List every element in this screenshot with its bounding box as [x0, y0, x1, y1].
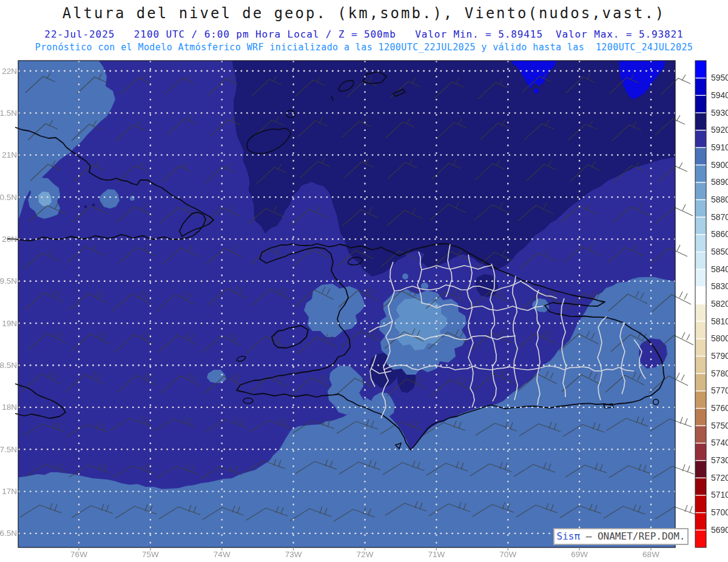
lat-label: 19N [2, 319, 17, 328]
lat-label: 9.5N [0, 276, 17, 286]
colorbar-label: 5690 [711, 525, 728, 535]
lon-label: 71W [428, 550, 445, 559]
credit-org: – ONAMET/REP.DOM. [580, 530, 685, 542]
lat-label: 21N [2, 150, 17, 159]
colorbar-segment [695, 339, 706, 356]
colorbar-label: 5710 [711, 490, 728, 500]
lat-label: 17N [2, 487, 17, 496]
colorbar-label: 5830 [711, 281, 728, 291]
map-canvas: 22N1.5N21N0.5N20N9.5N19N8.5N18N7.5N17N6.… [0, 0, 728, 562]
colorbar-segment [695, 461, 706, 478]
colorbar-label: 5700 [711, 507, 728, 517]
colorbar-label: 5810 [711, 316, 728, 326]
colorbar-segment [695, 391, 706, 409]
colorbar-label: 5780 [711, 369, 728, 378]
colorbar-segment [695, 113, 706, 130]
colorbar-label: 5900 [711, 160, 728, 170]
colorbar-label: 5940 [711, 90, 728, 100]
colorbar-label: 5950 [711, 73, 728, 82]
lon-label: 72W [357, 550, 374, 559]
colorbar-segment [695, 165, 706, 182]
credit-system-name: Sisπ [557, 530, 581, 542]
colorbar-segment [695, 478, 706, 495]
lat-label: 7.5N [0, 445, 17, 454]
band-5900-5910-dot [402, 273, 408, 279]
colorbar-segment [695, 182, 706, 200]
colorbar-segment [695, 513, 706, 530]
weather-map-page: Altura del nivel de geop. (km,somb.), Vi… [0, 0, 728, 562]
colorbar-segment [695, 269, 706, 287]
colorbar-segment [695, 217, 706, 235]
lat-label: 20N [2, 235, 17, 244]
colorbar-segment [695, 252, 706, 269]
lat-label: 0.5N [0, 193, 17, 202]
lat-label: 6.5N [0, 529, 17, 538]
colorbar-segment [695, 130, 706, 148]
colorbar-label: 5850 [711, 247, 728, 256]
colorbar-segment [695, 321, 706, 339]
credit-badge: Sisπ – ONAMET/REP.DOM. [553, 528, 689, 545]
colorbar-segment [695, 443, 706, 461]
colorbar-segment [695, 235, 706, 252]
colorbar-segment [695, 373, 706, 391]
lat-label: 1.5N [0, 109, 17, 118]
colorbar-segment [695, 61, 706, 78]
colorbar: 5950594059305920591059005890588058705860… [695, 61, 728, 547]
colorbar-label: 5790 [711, 351, 728, 361]
colorbar-segment [695, 95, 706, 113]
colorbar-segment [695, 287, 706, 304]
colorbar-label: 5840 [711, 264, 728, 274]
lon-label: 68W [642, 550, 659, 559]
colorbar-label: 5860 [711, 229, 728, 239]
colorbar-segment [695, 199, 706, 217]
lon-label: 74W [214, 550, 231, 559]
colorbar-label: 5760 [711, 403, 728, 413]
lat-label: 8.5N [0, 361, 17, 370]
colorbar-segment [695, 78, 706, 96]
colorbar-label: 5920 [711, 125, 728, 135]
colorbar-segment [695, 304, 706, 322]
colorbar-segment [695, 356, 706, 374]
colorbar-label: 5770 [711, 386, 728, 395]
band-5920-5930-dot [84, 206, 87, 209]
lon-label: 75W [142, 550, 159, 559]
colorbar-label: 5910 [711, 142, 728, 152]
colorbar-label: 5740 [711, 438, 728, 447]
colorbar-label: 5750 [711, 421, 728, 430]
colorbar-label: 5800 [711, 333, 728, 343]
band-5930-5940-dot [534, 89, 539, 93]
colorbar-segment [695, 530, 706, 547]
colorbar-label: 5720 [711, 473, 728, 483]
band-5920-5930-dot [92, 204, 95, 207]
lat-label: 18N [2, 403, 17, 412]
colorbar-segment [695, 147, 706, 165]
colorbar-segment [695, 409, 706, 426]
colorbar-label: 5880 [711, 195, 728, 204]
colorbar-label: 5730 [711, 455, 728, 465]
lon-label: 69W [571, 550, 588, 559]
colorbar-label: 5870 [711, 212, 728, 222]
colorbar-segment [695, 426, 706, 443]
colorbar-segment [695, 495, 706, 513]
lon-label: 76W [70, 550, 87, 559]
lat-label: 22N [2, 67, 17, 76]
lon-label: 73W [285, 550, 302, 559]
lon-label: 70W [499, 550, 516, 559]
colorbar-label: 5930 [711, 108, 728, 118]
colorbar-label: 5890 [711, 177, 728, 187]
colorbar-label: 5820 [711, 299, 728, 309]
